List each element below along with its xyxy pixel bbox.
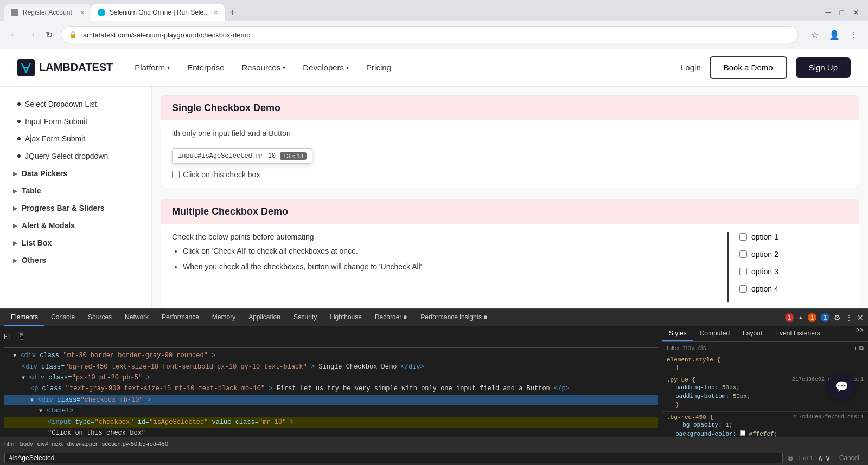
device-toolbar-icon[interactable]: 📱 <box>16 331 25 344</box>
styles-tab-layout[interactable]: Layout <box>736 326 769 341</box>
expand-icon-5[interactable]: ▼ <box>30 397 34 403</box>
dom-attr-value-4: "text-gray-900 text-size-15 mt-10 text-b… <box>66 385 265 392</box>
reload-button[interactable]: ↻ <box>41 27 56 42</box>
close-devtools-icon[interactable]: ✕ <box>857 313 864 322</box>
minimize-icon[interactable]: ─ <box>826 8 831 17</box>
sidebar-item-progress[interactable]: ▶ Progress Bar & Sliders <box>0 199 151 217</box>
devtools-tab-application[interactable]: Application <box>242 309 287 326</box>
forward-button[interactable]: → <box>24 27 39 42</box>
devtools-tab-performance-insights[interactable]: Performance insights ⏺ <box>414 309 494 326</box>
search-next-button[interactable]: ∨ <box>825 454 831 462</box>
styles-tab-computed[interactable]: Computed <box>693 326 736 341</box>
devtools-tab-memory[interactable]: Memory <box>206 309 242 326</box>
devtools-tab-security[interactable]: Security <box>287 309 323 326</box>
breadcrumb-body[interactable]: body <box>20 441 33 447</box>
maximize-icon[interactable]: □ <box>840 8 844 17</box>
login-button[interactable]: Login <box>681 63 701 72</box>
url-bar[interactable]: 🔒 lambdatest.com/selenium-playground/che… <box>61 26 799 43</box>
sidebar-item-others[interactable]: ▶ Others <box>0 251 151 269</box>
devtools-tab-network[interactable]: Network <box>118 309 155 326</box>
sidebar-item-data-pickers[interactable]: ▶ Data Pickers <box>0 165 151 182</box>
add-style-icon[interactable]: + <box>854 345 857 351</box>
devtools-tab-performance[interactable]: Performance <box>155 309 206 326</box>
devtools-tab-sources[interactable]: Sources <box>81 309 118 326</box>
page-content: Select Dropdown List Input Form Submit A… <box>0 87 868 308</box>
dom-attr-value: "mt-30 border border-gray-90 rounded" <box>63 352 207 359</box>
copy-style-icon[interactable]: ⧉ <box>859 345 864 352</box>
tab-close-lambdatest[interactable]: ✕ <box>213 9 218 16</box>
chat-button[interactable]: 💬 <box>828 373 855 400</box>
dom-attr-value-3: "px-10 pt-20 pb-5" <box>72 374 142 382</box>
filter-label: Filter <box>667 345 680 351</box>
more-tools-icon[interactable]: ⋮ <box>845 313 853 322</box>
breadcrumb-section[interactable]: section.py-50.bg-red-450 <box>102 441 168 447</box>
dom-close-bracket-2: > <box>311 363 315 371</box>
nav-enterprise[interactable]: Enterprise <box>187 63 224 72</box>
devtools-tab-lighthouse[interactable]: Lighthouse <box>323 309 368 326</box>
single-checkbox-input[interactable] <box>172 171 180 178</box>
styles-more-icon[interactable]: >> <box>852 326 868 341</box>
extensions-icon[interactable]: ⋮ <box>846 27 861 42</box>
dom-text-8: "Click on this check box" <box>48 429 145 437</box>
sidebar-item-select-dropdown[interactable]: Select Dropdown List <box>0 95 151 113</box>
sidebar-item-listbox[interactable]: ▶ List Box <box>0 234 151 251</box>
nav-resources[interactable]: Resources ▾ <box>242 63 286 72</box>
profile-icon[interactable]: 👤 <box>827 27 842 42</box>
element-picker-icon[interactable]: ◱ <box>4 330 10 344</box>
option-3-row: option 3 <box>739 267 848 276</box>
devtools-tab-elements[interactable]: Elements <box>4 309 44 326</box>
multiple-checkbox-body: Check the below points before automating… <box>161 224 859 308</box>
devtools-tab-console[interactable]: Console <box>44 309 81 326</box>
chevron-icon-others: ▶ <box>13 257 17 263</box>
dom-text-2: Single Checkbox Demo <box>318 363 397 371</box>
style-selector-bgred-row: .bg-red-450 { 217cd36e02fe7b9d.css:1 <box>667 414 864 421</box>
close-window-icon[interactable]: ✕ <box>853 8 859 17</box>
book-demo-button[interactable]: Book a Demo <box>710 56 787 79</box>
nav-platform[interactable]: Platform ▾ <box>135 63 170 72</box>
error-count: ▲ <box>798 314 803 320</box>
sidebar-item-jquery[interactable]: JQuery Select dropdown <box>0 147 151 165</box>
option-2-checkbox[interactable] <box>739 250 747 258</box>
search-cancel-button[interactable]: Cancel <box>835 454 864 462</box>
breadcrumb-html[interactable]: html <box>4 441 16 447</box>
option-4-checkbox[interactable] <box>739 285 747 293</box>
option-1-checkbox[interactable] <box>739 233 747 241</box>
styles-tab-styles[interactable]: Styles <box>662 326 693 341</box>
search-prev-button[interactable]: ∧ <box>818 454 823 462</box>
color-swatch-ffefef <box>740 430 745 436</box>
styles-filter-input[interactable] <box>682 344 851 352</box>
dom-tag-2: <div <box>22 363 37 371</box>
tab-lambdatest[interactable]: Selenium Grid Online | Run Sele... ✕ <box>91 4 225 21</box>
chevron-down-icon: ▾ <box>167 64 170 70</box>
dom-line-1: ▼ <div class="mt-30 border border-gray-9… <box>4 350 658 361</box>
breadcrumb-divwrapper[interactable]: div.wrapper <box>67 441 98 447</box>
dom-close-bracket-3: > <box>146 374 150 382</box>
sidebar-item-ajax-form[interactable]: Ajax Form Submit <box>0 130 151 147</box>
tab-close-register[interactable]: ✕ <box>80 9 85 16</box>
styles-tab-event-listeners[interactable]: Event Listeners <box>769 326 827 341</box>
search-clear-icon[interactable]: ⊗ <box>787 454 794 462</box>
option-3-checkbox[interactable] <box>739 268 747 275</box>
search-input[interactable] <box>4 453 783 463</box>
nav-developers[interactable]: Developers ▾ <box>303 63 349 72</box>
tab-favicon-register <box>11 9 18 16</box>
devtools-tab-recorder[interactable]: Recorder ⏺ <box>368 309 414 326</box>
back-button[interactable]: ← <box>7 27 22 42</box>
signup-button[interactable]: Sign Up <box>796 57 851 78</box>
nav-pricing[interactable]: Pricing <box>366 63 391 72</box>
style-rule-element: element.style { } <box>662 354 868 374</box>
bookmark-icon[interactable]: ☆ <box>807 27 822 42</box>
settings-icon[interactable]: ⚙ <box>834 313 841 322</box>
multiple-checkbox-left: Check the below points before automating… <box>172 232 717 302</box>
new-tab-button[interactable]: + <box>225 5 240 20</box>
tab-register-account[interactable]: Register Account ✕ <box>4 4 91 21</box>
expand-icon-3[interactable]: ▼ <box>22 375 25 381</box>
expand-icon[interactable]: ▼ <box>13 353 16 359</box>
tab-favicon-lambdatest <box>98 9 105 16</box>
chevron-icon-progress: ▶ <box>13 205 17 211</box>
sidebar-item-input-form[interactable]: Input Form Submit <box>0 113 151 130</box>
breadcrumb-divnext[interactable]: div#_next <box>37 441 63 447</box>
sidebar-item-table[interactable]: ▶ Table <box>0 182 151 199</box>
sidebar-item-alert[interactable]: ▶ Alert & Modals <box>0 217 151 234</box>
expand-icon-6[interactable]: ▼ <box>39 408 42 414</box>
